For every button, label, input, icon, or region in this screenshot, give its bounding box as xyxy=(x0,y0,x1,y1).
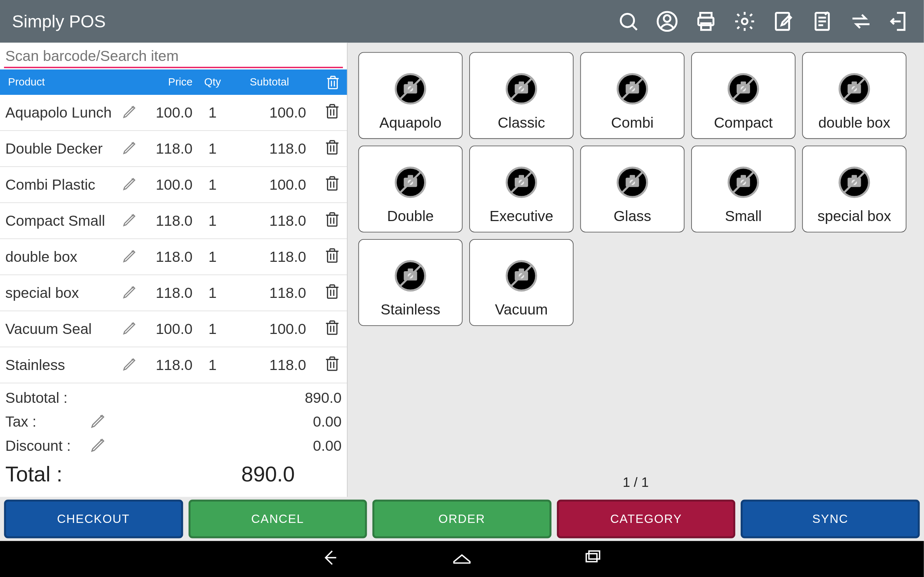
product-label: Glass xyxy=(614,208,651,225)
no-image-icon xyxy=(393,165,428,200)
product-card[interactable]: Vacuum xyxy=(469,239,573,326)
gear-icon[interactable] xyxy=(733,10,757,34)
nav-recent-icon[interactable] xyxy=(581,546,605,572)
product-card[interactable]: Small xyxy=(691,146,795,233)
no-image-icon xyxy=(615,71,650,106)
product-label: special box xyxy=(817,208,891,225)
col-product: Product xyxy=(5,76,139,88)
product-label: Stainless xyxy=(380,301,440,318)
product-card[interactable]: Double xyxy=(359,146,463,233)
product-label: Executive xyxy=(489,208,553,225)
edit-item-icon[interactable] xyxy=(122,138,139,159)
no-image-icon xyxy=(504,259,538,293)
product-label: double box xyxy=(818,114,890,132)
cart-item-name: Combi Plastic xyxy=(5,176,119,193)
col-price: Price xyxy=(139,76,192,88)
cart-row: Compact Small 118.0 1 118.0 xyxy=(0,203,347,239)
edit-item-icon[interactable] xyxy=(122,318,139,339)
cart-item-subtotal: 100.0 xyxy=(233,320,306,338)
app-title: Simply POS xyxy=(12,11,616,32)
cancel-button[interactable]: CANCEL xyxy=(188,500,367,538)
header-bar: Simply POS xyxy=(0,0,924,43)
nav-back-icon[interactable] xyxy=(319,546,343,572)
edit-discount-icon[interactable] xyxy=(89,435,108,458)
cart-item-qty: 1 xyxy=(192,104,233,121)
edit-item-icon[interactable] xyxy=(122,246,139,267)
no-image-icon xyxy=(393,259,428,293)
total-value: 890.0 xyxy=(119,462,342,487)
product-grid: Aquapolo Classic Combi Compact double bo… xyxy=(347,43,924,468)
android-nav-bar xyxy=(0,541,924,577)
delete-item-icon[interactable] xyxy=(323,137,342,160)
delete-item-icon[interactable] xyxy=(323,210,342,232)
cart-item-name: Aquapolo Lunch xyxy=(5,104,119,121)
cart-item-price: 118.0 xyxy=(139,212,192,229)
product-card[interactable]: Compact xyxy=(691,52,795,139)
product-card[interactable]: Glass xyxy=(580,146,685,233)
search-input[interactable] xyxy=(4,45,343,68)
product-card[interactable]: special box xyxy=(802,146,906,233)
product-card[interactable]: double box xyxy=(802,52,906,139)
edit-tax-icon[interactable] xyxy=(89,411,108,434)
col-subtotal: Subtotal xyxy=(233,76,306,88)
cart-item-price: 100.0 xyxy=(139,104,192,121)
cart-item-qty: 1 xyxy=(192,284,233,301)
cart-row: Stainless 118.0 1 118.0 xyxy=(0,347,347,384)
edit-item-icon[interactable] xyxy=(122,282,139,303)
product-card[interactable]: Aquapolo xyxy=(359,52,463,139)
cart-item-qty: 1 xyxy=(192,248,233,266)
product-card[interactable]: Combi xyxy=(580,52,685,139)
cart-row: Combi Plastic 100.0 1 100.0 xyxy=(0,167,347,203)
delete-item-icon[interactable] xyxy=(323,354,342,377)
edit-item-icon[interactable] xyxy=(122,210,139,231)
no-image-icon xyxy=(393,71,428,106)
totals-section: Subtotal : 890.0 Tax : 0.00 Discount : 0… xyxy=(0,384,347,458)
nav-home-icon[interactable] xyxy=(450,546,474,572)
product-card[interactable]: Stainless xyxy=(359,239,463,326)
product-label: Classic xyxy=(498,114,545,132)
edit-item-icon[interactable] xyxy=(122,174,139,195)
cart-item-qty: 1 xyxy=(192,140,233,157)
cart-item-price: 118.0 xyxy=(139,284,192,301)
total-label: Total : xyxy=(5,462,119,487)
exit-icon[interactable] xyxy=(888,10,912,34)
product-label: Compact xyxy=(714,114,773,132)
cart-item-price: 118.0 xyxy=(139,356,192,374)
print-icon[interactable] xyxy=(694,10,718,34)
product-card[interactable]: Executive xyxy=(469,146,573,233)
cart-row: double box 118.0 1 118.0 xyxy=(0,239,347,275)
clear-cart-icon[interactable] xyxy=(306,74,341,91)
user-icon[interactable] xyxy=(655,10,679,34)
tax-label: Tax : xyxy=(5,413,86,430)
edit-item-icon[interactable] xyxy=(122,102,139,123)
cart-item-subtotal: 100.0 xyxy=(233,176,306,193)
cart-item-qty: 1 xyxy=(192,320,233,338)
delete-item-icon[interactable] xyxy=(323,174,342,196)
order-button[interactable]: ORDER xyxy=(373,500,551,538)
delete-item-icon[interactable] xyxy=(323,102,342,124)
notes-icon[interactable] xyxy=(810,10,835,34)
swap-icon[interactable] xyxy=(849,10,873,34)
no-image-icon xyxy=(504,165,538,200)
category-button[interactable]: CATEGORY xyxy=(557,500,736,538)
cart-item-price: 100.0 xyxy=(139,176,192,193)
cart-item-price: 118.0 xyxy=(139,248,192,266)
product-card[interactable]: Classic xyxy=(469,52,573,139)
cart-item-subtotal: 118.0 xyxy=(233,140,306,157)
cart-item-qty: 1 xyxy=(192,212,233,229)
cart-header: Product Price Qty Subtotal xyxy=(0,69,347,95)
header-icons xyxy=(617,10,912,34)
cart-item-name: double box xyxy=(5,248,119,266)
discount-label: Discount : xyxy=(5,437,86,455)
delete-item-icon[interactable] xyxy=(323,246,342,268)
grand-total: Total : 890.0 xyxy=(0,458,347,491)
edit-item-icon[interactable] xyxy=(122,354,139,376)
edit-order-icon[interactable] xyxy=(771,10,795,34)
cart-panel: Product Price Qty Subtotal Aquapolo Lunc… xyxy=(0,43,347,497)
delete-item-icon[interactable] xyxy=(323,282,342,305)
checkout-button[interactable]: CHECKOUT xyxy=(4,500,183,538)
search-icon[interactable] xyxy=(617,10,641,34)
delete-item-icon[interactable] xyxy=(323,318,342,340)
sync-button[interactable]: SYNC xyxy=(741,500,920,538)
product-panel: Aquapolo Classic Combi Compact double bo… xyxy=(347,43,924,497)
